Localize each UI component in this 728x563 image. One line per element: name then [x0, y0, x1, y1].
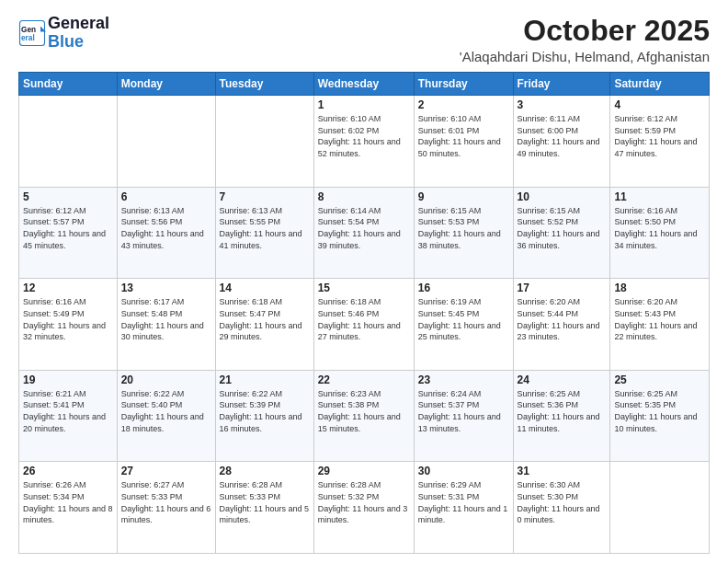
day-number: 4 [614, 98, 705, 111]
day-info: Sunrise: 6:26 AMSunset: 5:34 PMDaylight:… [23, 479, 113, 525]
day-info: Sunrise: 6:12 AMSunset: 5:57 PMDaylight:… [23, 205, 113, 251]
weekday-header-cell: Wednesday [313, 73, 414, 96]
calendar-cell: 25Sunrise: 6:25 AMSunset: 5:35 PMDayligh… [610, 370, 710, 462]
calendar-cell [610, 462, 710, 554]
calendar-cell: 4Sunrise: 6:12 AMSunset: 5:59 PMDaylight… [610, 96, 710, 188]
calendar-cell: 13Sunrise: 6:17 AMSunset: 5:48 PMDayligh… [117, 279, 215, 371]
day-number: 18 [614, 282, 705, 294]
calendar-cell: 31Sunrise: 6:30 AMSunset: 5:30 PMDayligh… [513, 462, 610, 554]
day-info: Sunrise: 6:25 AMSunset: 5:35 PMDaylight:… [614, 388, 705, 434]
calendar-cell [117, 96, 215, 188]
page: Gen eral General Blue October 2025 'Alaq… [0, 0, 728, 563]
month-title: October 2025 [460, 15, 710, 47]
day-number: 10 [518, 190, 607, 203]
calendar-cell: 27Sunrise: 6:27 AMSunset: 5:33 PMDayligh… [117, 462, 215, 554]
calendar-cell: 16Sunrise: 6:19 AMSunset: 5:45 PMDayligh… [414, 279, 513, 371]
calendar-cell: 17Sunrise: 6:20 AMSunset: 5:44 PMDayligh… [513, 279, 610, 371]
day-info: Sunrise: 6:11 AMSunset: 6:00 PMDaylight:… [518, 113, 607, 159]
calendar-cell [215, 96, 313, 188]
day-info: Sunrise: 6:13 AMSunset: 5:56 PMDaylight:… [121, 205, 211, 251]
calendar-cell: 10Sunrise: 6:15 AMSunset: 5:52 PMDayligh… [513, 187, 610, 279]
day-info: Sunrise: 6:10 AMSunset: 6:01 PMDaylight:… [418, 113, 509, 159]
calendar-cell: 15Sunrise: 6:18 AMSunset: 5:46 PMDayligh… [313, 279, 414, 371]
day-info: Sunrise: 6:15 AMSunset: 5:52 PMDaylight:… [518, 205, 607, 251]
calendar-cell: 30Sunrise: 6:29 AMSunset: 5:31 PMDayligh… [414, 462, 513, 554]
weekday-header-cell: Sunday [19, 73, 118, 96]
day-info: Sunrise: 6:28 AMSunset: 5:32 PMDaylight:… [318, 479, 410, 525]
day-number: 15 [318, 282, 410, 294]
title-block: October 2025 'Alaqahdari Dishu, Helmand,… [460, 15, 710, 64]
day-number: 3 [518, 98, 607, 111]
day-number: 1 [318, 98, 410, 111]
calendar-row: 19Sunrise: 6:21 AMSunset: 5:41 PMDayligh… [19, 370, 710, 462]
calendar-cell: 2Sunrise: 6:10 AMSunset: 6:01 PMDaylight… [414, 96, 513, 188]
day-number: 17 [518, 282, 607, 294]
calendar-row: 5Sunrise: 6:12 AMSunset: 5:57 PMDaylight… [19, 187, 710, 279]
day-number: 13 [121, 282, 211, 294]
weekday-header-cell: Monday [117, 73, 215, 96]
day-info: Sunrise: 6:22 AMSunset: 5:39 PMDaylight:… [220, 388, 310, 434]
calendar-cell: 18Sunrise: 6:20 AMSunset: 5:43 PMDayligh… [610, 279, 710, 371]
day-number: 19 [23, 373, 113, 386]
day-number: 29 [318, 465, 410, 477]
calendar-cell: 23Sunrise: 6:24 AMSunset: 5:37 PMDayligh… [414, 370, 513, 462]
weekday-header: SundayMondayTuesdayWednesdayThursdayFrid… [19, 73, 710, 96]
day-number: 21 [220, 373, 310, 386]
calendar-cell: 8Sunrise: 6:14 AMSunset: 5:54 PMDaylight… [313, 187, 414, 279]
day-number: 9 [418, 190, 509, 203]
calendar-cell [19, 96, 118, 188]
day-number: 30 [418, 465, 509, 477]
weekday-header-cell: Tuesday [215, 73, 313, 96]
day-number: 16 [418, 282, 509, 294]
day-number: 24 [518, 373, 607, 386]
logo-text: General Blue [48, 15, 109, 52]
calendar-cell: 9Sunrise: 6:15 AMSunset: 5:53 PMDaylight… [414, 187, 513, 279]
day-number: 25 [614, 373, 705, 386]
day-info: Sunrise: 6:18 AMSunset: 5:47 PMDaylight:… [220, 296, 310, 342]
day-number: 22 [318, 373, 410, 386]
svg-text:Gen: Gen [21, 25, 36, 33]
day-info: Sunrise: 6:20 AMSunset: 5:44 PMDaylight:… [518, 296, 607, 342]
calendar-table: SundayMondayTuesdayWednesdayThursdayFrid… [18, 72, 710, 554]
day-info: Sunrise: 6:13 AMSunset: 5:55 PMDaylight:… [220, 205, 310, 251]
day-info: Sunrise: 6:10 AMSunset: 6:02 PMDaylight:… [318, 113, 410, 159]
day-number: 31 [518, 465, 607, 477]
day-info: Sunrise: 6:25 AMSunset: 5:36 PMDaylight:… [518, 388, 607, 434]
header: Gen eral General Blue October 2025 'Alaq… [18, 15, 710, 64]
day-info: Sunrise: 6:16 AMSunset: 5:49 PMDaylight:… [23, 296, 113, 342]
calendar-cell: 26Sunrise: 6:26 AMSunset: 5:34 PMDayligh… [19, 462, 118, 554]
weekday-header-cell: Saturday [610, 73, 710, 96]
day-info: Sunrise: 6:29 AMSunset: 5:31 PMDaylight:… [418, 479, 509, 525]
location-title: 'Alaqahdari Dishu, Helmand, Afghanistan [460, 49, 710, 64]
calendar-cell: 28Sunrise: 6:28 AMSunset: 5:33 PMDayligh… [215, 462, 313, 554]
day-info: Sunrise: 6:28 AMSunset: 5:33 PMDaylight:… [220, 479, 310, 525]
calendar-cell: 1Sunrise: 6:10 AMSunset: 6:02 PMDaylight… [313, 96, 414, 188]
day-info: Sunrise: 6:20 AMSunset: 5:43 PMDaylight:… [614, 296, 705, 342]
calendar-cell: 22Sunrise: 6:23 AMSunset: 5:38 PMDayligh… [313, 370, 414, 462]
day-info: Sunrise: 6:18 AMSunset: 5:46 PMDaylight:… [318, 296, 410, 342]
day-info: Sunrise: 6:23 AMSunset: 5:38 PMDaylight:… [318, 388, 410, 434]
calendar-cell: 3Sunrise: 6:11 AMSunset: 6:00 PMDaylight… [513, 96, 610, 188]
day-number: 6 [121, 190, 211, 203]
day-info: Sunrise: 6:17 AMSunset: 5:48 PMDaylight:… [121, 296, 211, 342]
calendar-cell: 24Sunrise: 6:25 AMSunset: 5:36 PMDayligh… [513, 370, 610, 462]
calendar-cell: 21Sunrise: 6:22 AMSunset: 5:39 PMDayligh… [215, 370, 313, 462]
day-info: Sunrise: 6:22 AMSunset: 5:40 PMDaylight:… [121, 388, 211, 434]
day-info: Sunrise: 6:14 AMSunset: 5:54 PMDaylight:… [318, 205, 410, 251]
day-info: Sunrise: 6:19 AMSunset: 5:45 PMDaylight:… [418, 296, 509, 342]
calendar-cell: 12Sunrise: 6:16 AMSunset: 5:49 PMDayligh… [19, 279, 118, 371]
day-number: 27 [121, 465, 211, 477]
logo-icon: Gen eral [18, 19, 46, 47]
svg-text:eral: eral [21, 33, 35, 41]
day-number: 20 [121, 373, 211, 386]
day-info: Sunrise: 6:12 AMSunset: 5:59 PMDaylight:… [614, 113, 705, 159]
day-info: Sunrise: 6:21 AMSunset: 5:41 PMDaylight:… [23, 388, 113, 434]
weekday-header-cell: Friday [513, 73, 610, 96]
day-info: Sunrise: 6:16 AMSunset: 5:50 PMDaylight:… [614, 205, 705, 251]
calendar-row: 26Sunrise: 6:26 AMSunset: 5:34 PMDayligh… [19, 462, 710, 554]
calendar-cell: 14Sunrise: 6:18 AMSunset: 5:47 PMDayligh… [215, 279, 313, 371]
calendar-cell: 5Sunrise: 6:12 AMSunset: 5:57 PMDaylight… [19, 187, 118, 279]
day-number: 11 [614, 190, 705, 203]
calendar-cell: 11Sunrise: 6:16 AMSunset: 5:50 PMDayligh… [610, 187, 710, 279]
calendar-body: 1Sunrise: 6:10 AMSunset: 6:02 PMDaylight… [19, 96, 710, 554]
